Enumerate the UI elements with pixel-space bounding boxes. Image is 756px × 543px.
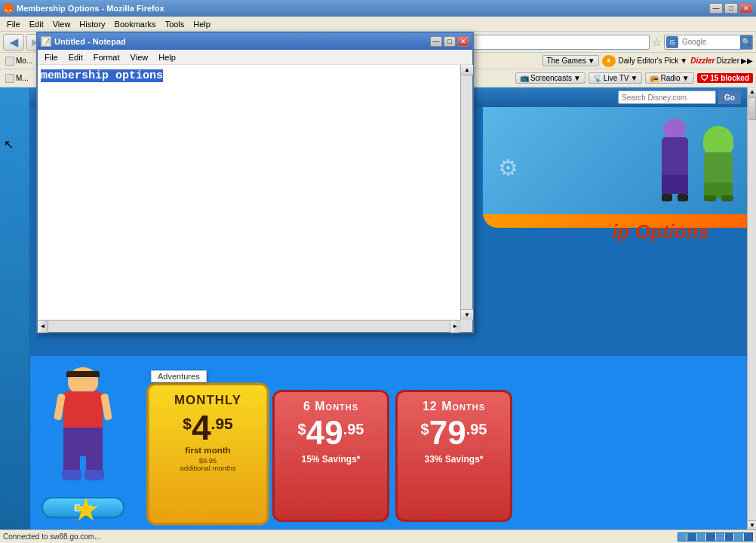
status-bar: Connected to sw88.go.com... bbox=[0, 529, 756, 543]
radio-btn[interactable]: 📻 Radio ▼ bbox=[645, 72, 693, 84]
monthly-card[interactable]: Monthly $ 4 .95 first month $9.95 additi… bbox=[146, 383, 269, 526]
notepad-window: 📝 Untitled - Notepad — □ ✕ File Edit For… bbox=[36, 32, 474, 333]
firefox-titlebar: 🦊 Membership Options - Mozilla Firefox —… bbox=[0, 0, 756, 17]
bookmark-label-1: Mo... bbox=[16, 57, 32, 65]
menu-bookmarks[interactable]: Bookmarks bbox=[111, 19, 160, 29]
scroll-thumb[interactable] bbox=[748, 97, 756, 120]
livetv-chevron: ▼ bbox=[631, 74, 638, 82]
livetv-icon: 📡 bbox=[593, 74, 602, 82]
search-input[interactable] bbox=[680, 35, 740, 49]
editor-chevron: ▼ bbox=[680, 57, 687, 65]
six-months-dollar: $ bbox=[298, 421, 306, 438]
editor-pick-label[interactable]: Daily Editor's Pick ▼ bbox=[619, 57, 688, 65]
notepad-help-menu[interactable]: Help bbox=[155, 52, 180, 63]
monthly-note-text: additional months bbox=[155, 465, 261, 473]
monthly-label: Monthly bbox=[155, 393, 261, 407]
twelve-months-savings: 33% Savings* bbox=[404, 454, 504, 465]
twelve-months-label: 12 Months bbox=[404, 400, 504, 413]
menu-history[interactable]: History bbox=[75, 19, 109, 29]
monthly-note-cents: .95 bbox=[207, 456, 217, 465]
cartoon-characters bbox=[654, 118, 739, 201]
monthly-note-dollar: $9 bbox=[199, 456, 207, 465]
notepad-scroll-right[interactable]: ► bbox=[450, 321, 460, 333]
browser-title: Membership Options - Mozilla Firefox bbox=[17, 4, 164, 13]
menu-edit[interactable]: Edit bbox=[26, 19, 48, 29]
notepad-minimize-button[interactable]: — bbox=[430, 36, 442, 47]
livetv-btn[interactable]: 📡 Live TV ▼ bbox=[589, 72, 643, 84]
menu-tools[interactable]: Tools bbox=[161, 19, 189, 29]
notepad-file-menu[interactable]: File bbox=[41, 52, 62, 63]
notepad-format-menu[interactable]: Format bbox=[90, 52, 124, 63]
monthly-main: 4 bbox=[192, 410, 211, 445]
twelve-months-main: 79 bbox=[429, 416, 466, 449]
bookmark-mo[interactable]: Mo... bbox=[3, 56, 35, 66]
firefox-window: 🦊 Membership Options - Mozilla Firefox —… bbox=[0, 0, 756, 543]
notepad-selected-text: membership options bbox=[41, 69, 163, 82]
close-button[interactable]: ✕ bbox=[739, 3, 753, 14]
monthly-note: $9.95 bbox=[155, 456, 261, 465]
scroll-up-arrow[interactable]: ▲ bbox=[748, 87, 756, 97]
dizzler-area[interactable]: Dizzler Dizzler ▶▶ bbox=[690, 57, 753, 65]
six-months-cents: .95 bbox=[343, 421, 364, 438]
monthly-price: $ 4 .95 bbox=[155, 410, 261, 445]
notepad-view-menu[interactable]: View bbox=[127, 52, 152, 63]
scroll-down-arrow[interactable]: ▼ bbox=[748, 520, 756, 529]
gear-icon: ⚙ bbox=[498, 155, 518, 181]
notepad-close-button[interactable]: ✕ bbox=[457, 36, 469, 47]
notepad-scroll-up[interactable]: ▲ bbox=[461, 65, 473, 75]
illustration-area: ⚙ bbox=[483, 107, 747, 228]
screencasts-chevron: ▼ bbox=[573, 74, 581, 82]
twelve-months-dollar: $ bbox=[421, 421, 429, 438]
screencasts-btn[interactable]: 📺 Screencasts ▼ bbox=[515, 72, 585, 84]
six-months-card[interactable]: 6 Months $ 49 .95 15% Savings* bbox=[272, 390, 389, 522]
firefox-menubar: File Edit View History Bookmarks Tools H… bbox=[0, 17, 756, 32]
notepad-scroll-down[interactable]: ▼ bbox=[461, 309, 473, 320]
vertical-scrollbar[interactable]: ▲ ▼ bbox=[747, 87, 756, 529]
screencasts-icon: 📺 bbox=[520, 74, 529, 82]
disney-go-button[interactable]: Go bbox=[718, 90, 741, 104]
monthly-dollar: $ bbox=[183, 416, 192, 434]
notepad-vscrollbar[interactable]: ▲ ▼ bbox=[460, 65, 472, 320]
char2 bbox=[698, 126, 739, 201]
bookmark-label-3: M... bbox=[16, 74, 29, 82]
page-icon-1 bbox=[5, 57, 14, 66]
char1 bbox=[654, 118, 696, 201]
monthly-cents: .95 bbox=[211, 416, 233, 434]
star-button[interactable]: ☆ bbox=[652, 36, 662, 48]
menu-view[interactable]: View bbox=[49, 19, 75, 29]
search-engine-icon: G bbox=[666, 36, 678, 48]
status-text: Connected to sw88.go.com... bbox=[3, 532, 101, 541]
games-dropdown[interactable]: The Games ▼ bbox=[542, 55, 598, 66]
back-button[interactable]: ◀ bbox=[3, 34, 24, 51]
star-decoration: ★ bbox=[72, 494, 100, 526]
sidebar-left bbox=[0, 87, 30, 529]
firefox-window-controls: — □ ✕ bbox=[709, 3, 753, 14]
games-label: The Games bbox=[546, 57, 585, 65]
search-icon[interactable]: 🔍 bbox=[740, 35, 752, 49]
games-chevron: ▼ bbox=[588, 57, 595, 65]
minimize-button[interactable]: — bbox=[709, 3, 723, 14]
six-months-price: $ 49 .95 bbox=[281, 416, 381, 449]
notepad-text-area[interactable]: membership options bbox=[38, 65, 460, 320]
notepad-hscrollbar[interactable]: ◄ ► bbox=[38, 320, 460, 332]
blocked-badge[interactable]: 🛡 15 blocked bbox=[697, 73, 753, 83]
notepad-title-area: 📝 Untitled - Notepad bbox=[41, 36, 126, 47]
menu-help[interactable]: Help bbox=[189, 19, 214, 29]
adventures-tooltip: Adventures bbox=[151, 370, 207, 382]
menu-file[interactable]: File bbox=[3, 19, 24, 29]
notepad-edit-menu[interactable]: Edit bbox=[65, 52, 87, 63]
progress-bar bbox=[678, 532, 753, 541]
twelve-months-card[interactable]: 12 Months $ 79 .95 33% Savings* bbox=[395, 390, 512, 522]
game-character bbox=[38, 367, 128, 492]
maximize-button[interactable]: □ bbox=[724, 3, 738, 14]
notepad-scroll-corner bbox=[460, 320, 472, 332]
notepad-maximize-button[interactable]: □ bbox=[444, 36, 456, 47]
six-months-label: 6 Months bbox=[281, 400, 381, 413]
radio-chevron: ▼ bbox=[682, 74, 690, 82]
disney-search-input[interactable] bbox=[618, 90, 716, 104]
dizzler-icon: Dizzler bbox=[690, 57, 715, 65]
radio-icon: 📻 bbox=[650, 74, 659, 82]
bookmark-m2[interactable]: M... bbox=[3, 73, 31, 84]
notepad-menubar: File Edit Format View Help bbox=[38, 50, 472, 65]
notepad-scroll-left[interactable]: ◄ bbox=[38, 321, 48, 333]
